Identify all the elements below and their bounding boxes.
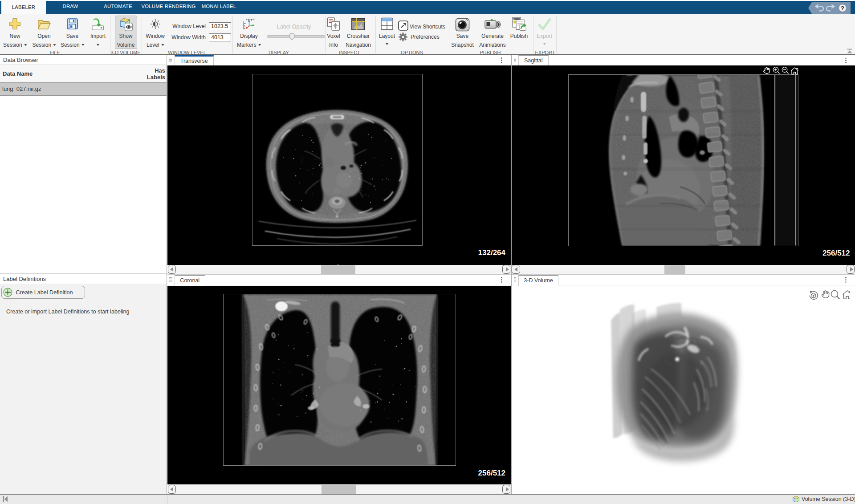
svg-text:?: ? <box>841 4 844 11</box>
